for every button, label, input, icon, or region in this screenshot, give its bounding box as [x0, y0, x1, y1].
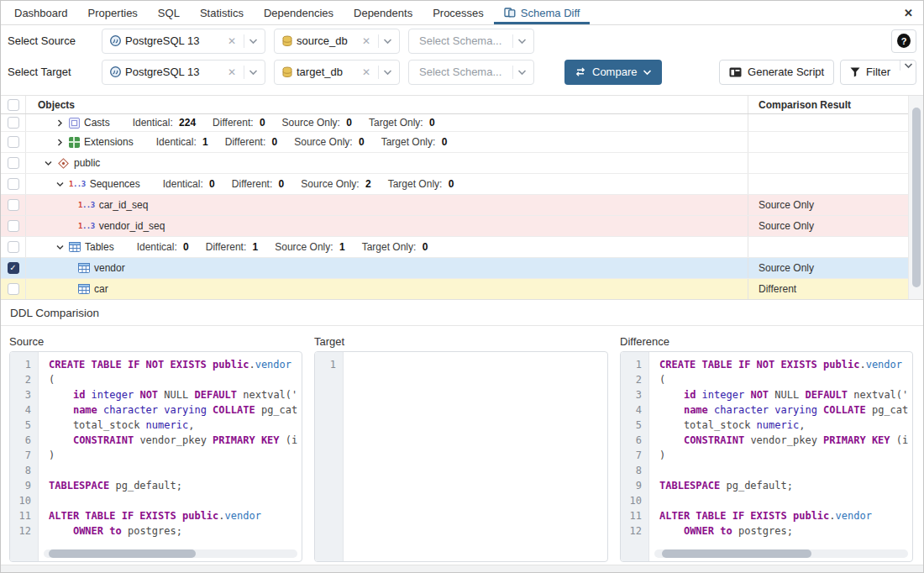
source-schema-placeholder: Select Schema... [419, 34, 505, 47]
row-checkbox[interactable] [8, 157, 19, 169]
vertical-scrollbar-thumb[interactable] [912, 108, 921, 287]
tab-schema-diff[interactable]: Schema Diff [494, 1, 591, 24]
table-row[interactable]: public [1, 153, 923, 174]
sql-editor-difference[interactable]: 123456789101112CREATE TABLE IF NOT EXIST… [620, 351, 913, 562]
sequence-icon: 1..3 [78, 222, 95, 230]
tab-statistics[interactable]: Statistics [190, 1, 254, 24]
table-row[interactable]: 1..3car_id_seqSource Only [1, 195, 923, 216]
select-target-label: Select Target [8, 66, 102, 78]
comparison-result-cell [748, 132, 908, 152]
tab-sql[interactable]: SQL [148, 1, 190, 24]
stat-identical: Identical: 0 [137, 241, 189, 253]
table-row[interactable]: ExtensionsIdentical: 1Different: 0Source… [1, 132, 923, 153]
expand-chevron-icon[interactable] [55, 118, 65, 128]
tabs: DashboardPropertiesSQLStatisticsDependen… [4, 1, 590, 24]
tab-dependencies[interactable]: Dependencies [254, 1, 344, 24]
expand-chevron-icon[interactable] [55, 242, 65, 252]
horizontal-scrollbar-thumb[interactable] [662, 549, 811, 558]
tab-label: Properties [88, 7, 138, 19]
sql-editor-source[interactable]: 123456789101112CREATE TABLE IF NOT EXIST… [9, 351, 302, 562]
filter-dropdown-toggle[interactable] [900, 60, 916, 71]
target-server-select[interactable]: PostgreSQL 13 ✕ [102, 60, 265, 85]
table-row[interactable]: CastsIdentical: 224Different: 0Source On… [1, 114, 923, 132]
code-area[interactable]: CREATE TABLE IF NOT EXISTS public.vendor… [39, 352, 302, 561]
chevron-down-icon[interactable] [517, 38, 527, 45]
objects-column-header: Objects [26, 96, 748, 113]
vertical-scrollbar[interactable] [908, 96, 923, 299]
table-row[interactable]: TablesIdentical: 0Different: 1Source Onl… [1, 237, 923, 258]
tab-dashboard[interactable]: Dashboard [4, 1, 78, 24]
horizontal-scrollbar[interactable] [44, 549, 297, 558]
code-area[interactable]: CREATE TABLE IF NOT EXISTS public.vendor… [649, 352, 912, 561]
help-button[interactable]: ? [891, 29, 916, 53]
row-checkbox[interactable] [8, 199, 19, 211]
code-area[interactable] [344, 352, 607, 561]
clear-icon[interactable]: ✕ [362, 35, 370, 47]
clear-icon[interactable]: ✕ [228, 66, 236, 78]
chevron-down-icon[interactable] [249, 38, 258, 45]
expand-chevron-icon[interactable] [55, 179, 65, 189]
comparison-result-value: Source Only [759, 199, 814, 211]
table-row[interactable]: 1..3SequencesIdentical: 0Different: 0Sou… [1, 174, 923, 195]
target-database-select[interactable]: target_db ✕ [274, 60, 400, 85]
grid-body: CastsIdentical: 224Different: 0Source On… [1, 114, 923, 299]
close-icon[interactable]: ✕ [897, 7, 920, 19]
row-checkbox[interactable] [8, 117, 19, 129]
table-row[interactable]: 1..3vendor_id_seqSource Only [1, 216, 923, 237]
tab-processes[interactable]: Processes [423, 1, 494, 24]
chevron-down-icon[interactable] [517, 69, 527, 76]
stat-identical: Identical: 224 [133, 117, 196, 129]
table-row[interactable]: ✓vendorSource Only [1, 258, 923, 279]
row-label: Casts [84, 117, 110, 129]
row-checkbox-cell [1, 216, 26, 236]
generate-script-button[interactable]: Generate Script [719, 60, 834, 85]
stat-source-only: Source Only: 1 [275, 241, 344, 253]
ddl-panel-source: Source123456789101112CREATE TABLE IF NOT… [9, 331, 302, 562]
sequence-icon: 1..3 [69, 180, 86, 188]
filter-button[interactable]: Filter [841, 60, 900, 84]
row-checkbox[interactable] [8, 178, 19, 190]
horizontal-scrollbar-thumb[interactable] [49, 549, 196, 558]
select-source-label: Select Source [8, 34, 102, 47]
clear-icon[interactable]: ✕ [228, 35, 236, 47]
row-checkbox[interactable] [8, 241, 19, 253]
tab-dependents[interactable]: Dependents [344, 1, 423, 24]
ddl-comparison-header: DDL Comparision [1, 299, 923, 326]
row-checkbox[interactable] [8, 136, 19, 148]
clear-icon[interactable]: ✕ [362, 66, 370, 78]
horizontal-scrollbar[interactable] [654, 549, 908, 558]
tab-label: Statistics [200, 7, 244, 19]
select-target-row: Select Target PostgreSQL 13 ✕ target_db … [1, 56, 923, 87]
divider [512, 34, 513, 48]
chevron-down-icon[interactable] [383, 69, 392, 76]
object-entry: 1..3vendor_id_seq [38, 220, 748, 232]
expand-chevron-icon[interactable] [55, 137, 65, 147]
comparison-grid: Objects Comparison Result CastsIdentical… [1, 95, 923, 299]
filter-button-group: Filter [840, 60, 916, 85]
objects-cell: CastsIdentical: 224Different: 0Source On… [26, 114, 748, 131]
casts-icon [69, 118, 80, 129]
select-all-checkbox[interactable] [8, 99, 19, 111]
source-schema-select[interactable]: Select Schema... [408, 29, 534, 54]
comparison-result-cell: Different [748, 279, 908, 299]
target-database-value: target_db [297, 66, 355, 78]
source-server-select[interactable]: PostgreSQL 13 ✕ [102, 29, 265, 54]
chevron-down-icon[interactable] [383, 38, 392, 45]
source-database-select[interactable]: source_db ✕ [274, 29, 400, 54]
chevron-down-icon[interactable] [249, 69, 258, 76]
tab-properties[interactable]: Properties [78, 1, 148, 24]
row-checkbox[interactable] [8, 283, 19, 295]
expand-chevron-icon[interactable] [43, 158, 53, 168]
compare-arrows-icon [575, 67, 586, 76]
table-row[interactable]: carDifferent [1, 279, 923, 299]
row-checkbox[interactable] [8, 220, 19, 232]
target-schema-select[interactable]: Select Schema... [408, 60, 534, 85]
ddl-panel-title-target: Target [314, 331, 608, 351]
compare-button[interactable]: Compare [564, 60, 662, 85]
schema-diff-icon [504, 8, 516, 18]
sql-editor-target[interactable]: 1 [314, 351, 608, 562]
stat-target-only: Target Only: 0 [362, 241, 428, 253]
row-checkbox[interactable]: ✓ [8, 262, 19, 274]
objects-cell: 1..3car_id_seq [26, 195, 748, 215]
result-column-header: Comparison Result [748, 96, 908, 113]
